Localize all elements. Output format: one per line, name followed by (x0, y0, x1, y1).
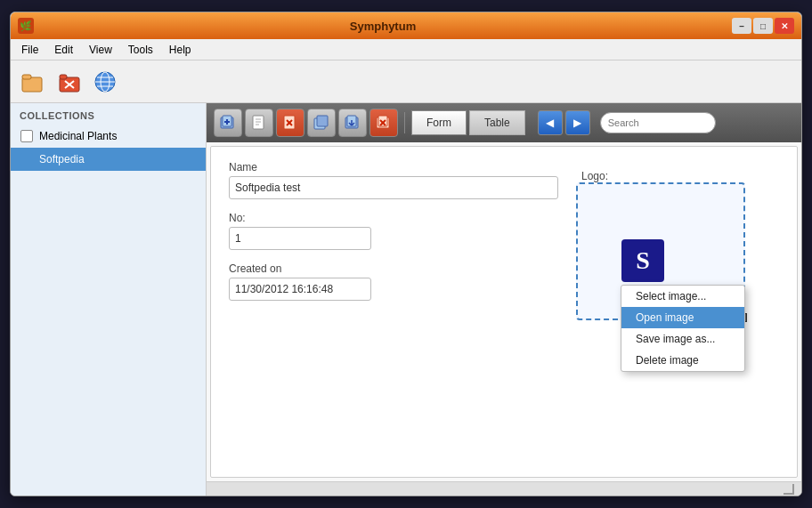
context-menu-save-image[interactable]: Save image as... (621, 328, 744, 350)
name-label: Name (229, 161, 779, 173)
icon-toolbar (11, 60, 801, 103)
title-bar: 🌿 Symphytum – □ ✕ (11, 12, 801, 39)
add-record-button[interactable] (214, 109, 242, 137)
menu-view[interactable]: View (82, 42, 119, 58)
name-input[interactable] (229, 176, 558, 199)
resize-handle[interactable] (784, 484, 794, 495)
context-menu-select-image[interactable]: Select image... (621, 286, 744, 307)
menu-tools[interactable]: Tools (121, 42, 160, 58)
main-window: 🌿 Symphytum – □ ✕ File Edit View Tools H… (10, 12, 802, 496)
menu-help[interactable]: Help (162, 42, 199, 58)
new-record-button[interactable] (245, 109, 273, 137)
window-title: Symphytum (34, 20, 732, 33)
active-collection-icon (20, 152, 34, 166)
context-menu-delete-image[interactable]: Delete image (621, 350, 744, 371)
sidebar-item-label-softpedia: Softpedia (39, 153, 85, 165)
context-menu-open-image[interactable]: Open image (621, 307, 744, 328)
svg-rect-1 (22, 75, 31, 79)
svg-rect-3 (60, 75, 67, 79)
delete-collection-button[interactable] (53, 66, 85, 98)
search-input[interactable] (600, 112, 716, 133)
export-button[interactable] (338, 109, 367, 137)
web-button[interactable] (89, 66, 121, 98)
close-button[interactable]: ✕ (775, 18, 794, 34)
minimize-button[interactable]: – (732, 18, 751, 34)
form-area: Name No: Created on Logo: S (210, 146, 798, 478)
right-panel: Form Table ◀ ▶ Name No: (207, 103, 801, 496)
sidebar-item-softpedia[interactable]: Softpedia (11, 148, 206, 171)
menu-file[interactable]: File (14, 42, 45, 58)
context-menu: Select image... Open image Save image as… (621, 285, 745, 372)
status-bar (207, 481, 801, 496)
collections-header: COLLECTIONS (11, 103, 206, 125)
logo-label: Logo: (581, 170, 608, 182)
app-icon: 🌿 (18, 18, 34, 34)
menu-bar: File Edit View Tools Help (11, 39, 801, 60)
duplicate-button[interactable] (307, 109, 336, 137)
toolbar-separator (404, 112, 405, 133)
delete-all-button[interactable] (369, 109, 398, 137)
prev-record-button[interactable]: ◀ (538, 110, 563, 135)
window-controls: – □ ✕ (732, 18, 794, 34)
no-input[interactable] (229, 227, 371, 250)
sidebar: COLLECTIONS Medicinal Plants Softpedia (11, 103, 207, 496)
sidebar-item-medicinal-plants[interactable]: Medicinal Plants (11, 125, 206, 148)
menu-edit[interactable]: Edit (47, 42, 80, 58)
createdon-input[interactable] (229, 278, 371, 301)
table-view-button[interactable]: Table (469, 110, 525, 135)
delete-record-button[interactable] (276, 109, 304, 137)
form-view-button[interactable]: Form (411, 110, 467, 135)
collection-icon (20, 129, 34, 143)
logo-image: S (621, 239, 664, 282)
secondary-toolbar: Form Table ◀ ▶ (207, 103, 801, 142)
open-collection-button[interactable] (18, 66, 50, 98)
sidebar-item-label-medicinal: Medicinal Plants (39, 130, 117, 142)
maximize-button[interactable]: □ (753, 18, 773, 34)
main-content: COLLECTIONS Medicinal Plants Softpedia (11, 103, 801, 496)
next-record-button[interactable]: ▶ (565, 110, 590, 135)
svg-rect-23 (317, 116, 328, 126)
